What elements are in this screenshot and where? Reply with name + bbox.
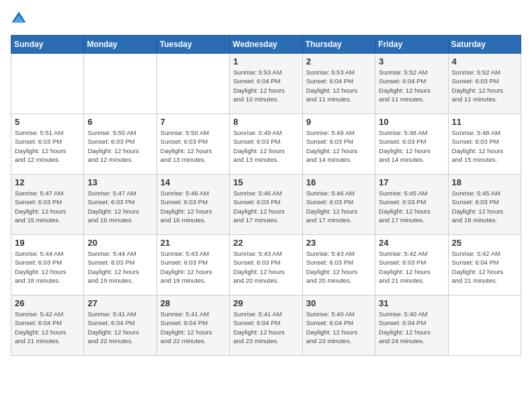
calendar-cell bbox=[157, 54, 229, 114]
day-info: Sunrise: 5:49 AM Sunset: 6:03 PM Dayligh… bbox=[306, 128, 371, 164]
calendar-week-3: 12Sunrise: 5:47 AM Sunset: 6:03 PM Dayli… bbox=[11, 175, 521, 235]
calendar-cell: 17Sunrise: 5:45 AM Sunset: 6:03 PM Dayli… bbox=[375, 175, 448, 235]
day-info: Sunrise: 5:40 AM Sunset: 6:04 PM Dayligh… bbox=[379, 310, 444, 345]
day-info: Sunrise: 5:43 AM Sunset: 6:03 PM Dayligh… bbox=[306, 249, 371, 285]
calendar-cell: 30Sunrise: 5:40 AM Sunset: 6:04 PM Dayli… bbox=[302, 295, 375, 356]
day-info: Sunrise: 5:46 AM Sunset: 6:03 PM Dayligh… bbox=[161, 189, 226, 224]
day-number: 25 bbox=[452, 238, 517, 248]
day-info: Sunrise: 5:42 AM Sunset: 6:03 PM Dayligh… bbox=[379, 249, 444, 285]
calendar-cell bbox=[11, 54, 84, 114]
day-number: 24 bbox=[379, 238, 444, 248]
calendar-cell: 15Sunrise: 5:46 AM Sunset: 6:03 PM Dayli… bbox=[230, 175, 302, 235]
day-info: Sunrise: 5:52 AM Sunset: 6:03 PM Dayligh… bbox=[452, 68, 517, 103]
day-number: 16 bbox=[306, 177, 371, 187]
weekday-header-wednesday: Wednesday bbox=[230, 36, 302, 54]
day-number: 10 bbox=[379, 117, 444, 127]
day-info: Sunrise: 5:46 AM Sunset: 6:03 PM Dayligh… bbox=[233, 189, 298, 224]
calendar-cell: 13Sunrise: 5:47 AM Sunset: 6:03 PM Dayli… bbox=[84, 175, 157, 235]
day-info: Sunrise: 5:44 AM Sunset: 6:03 PM Dayligh… bbox=[15, 249, 80, 285]
day-number: 13 bbox=[87, 177, 152, 187]
day-info: Sunrise: 5:43 AM Sunset: 6:03 PM Dayligh… bbox=[161, 249, 226, 285]
day-number: 23 bbox=[306, 238, 371, 248]
day-number: 11 bbox=[452, 117, 517, 127]
calendar-week-1: 1Sunrise: 5:53 AM Sunset: 6:04 PM Daylig… bbox=[11, 54, 521, 114]
day-number: 26 bbox=[15, 298, 80, 308]
day-info: Sunrise: 5:40 AM Sunset: 6:04 PM Dayligh… bbox=[306, 310, 371, 345]
day-number: 8 bbox=[233, 117, 298, 127]
calendar-cell: 9Sunrise: 5:49 AM Sunset: 6:03 PM Daylig… bbox=[302, 114, 375, 175]
calendar-cell: 7Sunrise: 5:50 AM Sunset: 6:03 PM Daylig… bbox=[157, 114, 229, 175]
day-info: Sunrise: 5:41 AM Sunset: 6:04 PM Dayligh… bbox=[161, 310, 226, 345]
day-number: 14 bbox=[161, 177, 226, 187]
day-info: Sunrise: 5:45 AM Sunset: 6:03 PM Dayligh… bbox=[379, 189, 444, 224]
calendar-cell: 19Sunrise: 5:44 AM Sunset: 6:03 PM Dayli… bbox=[11, 235, 84, 295]
day-number: 17 bbox=[379, 177, 444, 187]
day-info: Sunrise: 5:46 AM Sunset: 6:03 PM Dayligh… bbox=[306, 189, 371, 224]
day-number: 21 bbox=[161, 238, 226, 248]
day-number: 31 bbox=[379, 298, 444, 308]
calendar-cell: 10Sunrise: 5:48 AM Sunset: 6:03 PM Dayli… bbox=[375, 114, 448, 175]
logo bbox=[11, 11, 30, 27]
calendar-cell bbox=[448, 295, 521, 356]
calendar-cell: 25Sunrise: 5:42 AM Sunset: 6:04 PM Dayli… bbox=[448, 235, 521, 295]
day-info: Sunrise: 5:42 AM Sunset: 6:04 PM Dayligh… bbox=[452, 249, 517, 285]
day-number: 30 bbox=[306, 298, 371, 308]
calendar-week-4: 19Sunrise: 5:44 AM Sunset: 6:03 PM Dayli… bbox=[11, 235, 521, 295]
day-number: 22 bbox=[233, 238, 298, 248]
day-info: Sunrise: 5:44 AM Sunset: 6:03 PM Dayligh… bbox=[87, 249, 152, 285]
day-info: Sunrise: 5:42 AM Sunset: 6:04 PM Dayligh… bbox=[15, 310, 80, 345]
calendar-cell: 18Sunrise: 5:45 AM Sunset: 6:03 PM Dayli… bbox=[448, 175, 521, 235]
day-number: 5 bbox=[15, 117, 80, 127]
day-info: Sunrise: 5:53 AM Sunset: 6:04 PM Dayligh… bbox=[306, 68, 371, 103]
weekday-header-friday: Friday bbox=[375, 36, 448, 54]
calendar-cell: 4Sunrise: 5:52 AM Sunset: 6:03 PM Daylig… bbox=[448, 54, 521, 114]
day-number: 19 bbox=[15, 238, 80, 248]
weekday-header-thursday: Thursday bbox=[302, 36, 375, 54]
calendar-cell bbox=[84, 54, 157, 114]
day-info: Sunrise: 5:41 AM Sunset: 6:04 PM Dayligh… bbox=[87, 310, 152, 345]
calendar-cell: 5Sunrise: 5:51 AM Sunset: 6:03 PM Daylig… bbox=[11, 114, 84, 175]
day-number: 20 bbox=[87, 238, 152, 248]
calendar-cell: 27Sunrise: 5:41 AM Sunset: 6:04 PM Dayli… bbox=[84, 295, 157, 356]
day-info: Sunrise: 5:45 AM Sunset: 6:03 PM Dayligh… bbox=[452, 189, 517, 224]
day-info: Sunrise: 5:48 AM Sunset: 6:03 PM Dayligh… bbox=[379, 128, 444, 164]
calendar-cell: 8Sunrise: 5:49 AM Sunset: 6:03 PM Daylig… bbox=[230, 114, 302, 175]
day-info: Sunrise: 5:47 AM Sunset: 6:03 PM Dayligh… bbox=[15, 189, 80, 224]
day-info: Sunrise: 5:48 AM Sunset: 6:03 PM Dayligh… bbox=[452, 128, 517, 164]
calendar-cell: 12Sunrise: 5:47 AM Sunset: 6:03 PM Dayli… bbox=[11, 175, 84, 235]
day-number: 9 bbox=[306, 117, 371, 127]
calendar-cell: 28Sunrise: 5:41 AM Sunset: 6:04 PM Dayli… bbox=[157, 295, 229, 356]
day-number: 28 bbox=[161, 298, 226, 308]
day-number: 1 bbox=[233, 56, 298, 66]
weekday-header-monday: Monday bbox=[84, 36, 157, 54]
weekday-header-tuesday: Tuesday bbox=[157, 36, 229, 54]
calendar-cell: 21Sunrise: 5:43 AM Sunset: 6:03 PM Dayli… bbox=[157, 235, 229, 295]
weekday-header-row: SundayMondayTuesdayWednesdayThursdayFrid… bbox=[11, 36, 521, 54]
calendar-cell: 20Sunrise: 5:44 AM Sunset: 6:03 PM Dayli… bbox=[84, 235, 157, 295]
calendar-cell: 31Sunrise: 5:40 AM Sunset: 6:04 PM Dayli… bbox=[375, 295, 448, 356]
day-info: Sunrise: 5:53 AM Sunset: 6:04 PM Dayligh… bbox=[233, 68, 298, 103]
calendar-cell: 22Sunrise: 5:43 AM Sunset: 6:03 PM Dayli… bbox=[230, 235, 302, 295]
weekday-header-saturday: Saturday bbox=[448, 36, 521, 54]
calendar-table: SundayMondayTuesdayWednesdayThursdayFrid… bbox=[11, 35, 521, 356]
calendar-cell: 3Sunrise: 5:52 AM Sunset: 6:04 PM Daylig… bbox=[375, 54, 448, 114]
page-header bbox=[11, 11, 521, 27]
day-number: 18 bbox=[452, 177, 517, 187]
calendar-cell: 6Sunrise: 5:50 AM Sunset: 6:03 PM Daylig… bbox=[84, 114, 157, 175]
day-number: 27 bbox=[87, 298, 152, 308]
calendar-cell: 2Sunrise: 5:53 AM Sunset: 6:04 PM Daylig… bbox=[302, 54, 375, 114]
day-info: Sunrise: 5:50 AM Sunset: 6:03 PM Dayligh… bbox=[161, 128, 226, 164]
day-number: 3 bbox=[379, 56, 444, 66]
calendar-cell: 23Sunrise: 5:43 AM Sunset: 6:03 PM Dayli… bbox=[302, 235, 375, 295]
day-number: 6 bbox=[87, 117, 152, 127]
day-info: Sunrise: 5:47 AM Sunset: 6:03 PM Dayligh… bbox=[87, 189, 152, 224]
day-number: 7 bbox=[161, 117, 226, 127]
calendar-cell: 29Sunrise: 5:41 AM Sunset: 6:04 PM Dayli… bbox=[230, 295, 302, 356]
day-number: 2 bbox=[306, 56, 371, 66]
day-info: Sunrise: 5:51 AM Sunset: 6:03 PM Dayligh… bbox=[15, 128, 80, 164]
calendar-cell: 11Sunrise: 5:48 AM Sunset: 6:03 PM Dayli… bbox=[448, 114, 521, 175]
calendar-week-5: 26Sunrise: 5:42 AM Sunset: 6:04 PM Dayli… bbox=[11, 295, 521, 356]
calendar-cell: 26Sunrise: 5:42 AM Sunset: 6:04 PM Dayli… bbox=[11, 295, 84, 356]
calendar-cell: 14Sunrise: 5:46 AM Sunset: 6:03 PM Dayli… bbox=[157, 175, 229, 235]
calendar-cell: 1Sunrise: 5:53 AM Sunset: 6:04 PM Daylig… bbox=[230, 54, 302, 114]
